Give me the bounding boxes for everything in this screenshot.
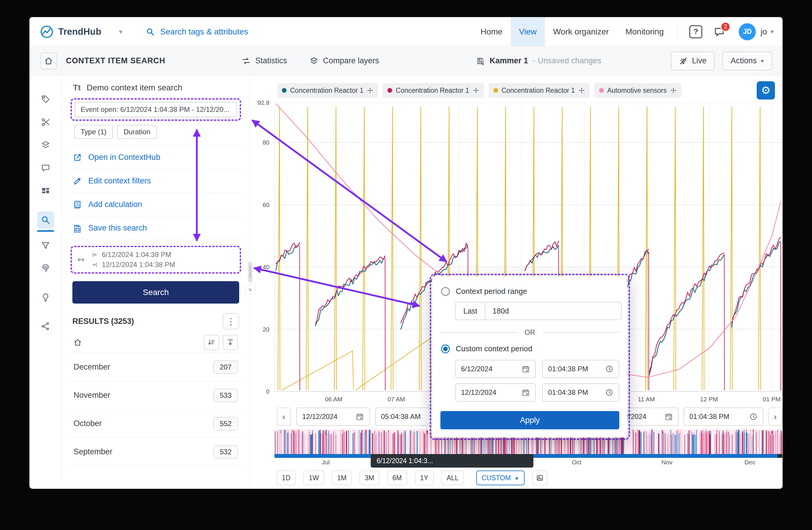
nav-item-monitoring[interactable]: Monitoring — [617, 17, 672, 46]
legend-chip-reactor-2[interactable]: Concentration Reactor 1 — [383, 83, 484, 98]
avatar[interactable]: JD — [739, 23, 756, 40]
zoom-custom-button[interactable]: CUSTOM ▲ — [476, 471, 525, 485]
start-bound-icon — [91, 251, 98, 258]
popup-end-date-input[interactable]: 12/12/2024 — [455, 383, 536, 402]
rail-search-button[interactable] — [37, 211, 54, 228]
statistics-button[interactable]: Statistics — [242, 56, 287, 65]
move-icon[interactable] — [578, 87, 585, 94]
calendar-icon[interactable] — [522, 388, 530, 396]
global-search[interactable] — [146, 27, 301, 37]
home-view-button[interactable] — [40, 52, 57, 69]
annotation-box-popup: Context period range Last 180d OR Custom… — [430, 274, 630, 440]
compare-layers-button[interactable]: Compare layers — [309, 56, 379, 65]
result-row-november[interactable]: November 533 — [71, 381, 241, 409]
context-period-range-option[interactable]: Context period range — [440, 285, 619, 297]
help-button[interactable]: ? — [689, 25, 702, 38]
last-value[interactable]: 180d — [485, 303, 621, 320]
rail-fingerprint-button[interactable] — [37, 260, 54, 277]
actions-dropdown[interactable]: Actions ▾ — [722, 52, 772, 70]
radio-checked[interactable] — [441, 345, 450, 353]
apply-button[interactable]: Apply — [440, 411, 619, 429]
chart-settings-button[interactable]: ⚙ — [757, 81, 775, 99]
legend-chip-reactor-3[interactable]: Concentration Reactor 1 — [489, 83, 590, 98]
result-row-september[interactable]: September 532 — [71, 438, 241, 466]
results-menu-button[interactable]: ⋮ — [223, 313, 239, 330]
rail-comments-button[interactable] — [37, 159, 54, 177]
nav-item-work-organizer[interactable]: Work organizer — [545, 17, 617, 46]
body-region: Tt Demo context item search Event open: … — [29, 75, 783, 489]
result-row-october[interactable]: October 552 — [71, 409, 241, 438]
collapse-button[interactable] — [223, 335, 238, 350]
nodes-icon — [41, 322, 50, 331]
step-forward-button[interactable]: › — [768, 407, 782, 426]
panel-resize-handle[interactable] — [248, 262, 252, 282]
zoom-6m-button[interactable]: 6M — [387, 471, 407, 485]
nav-item-home[interactable]: Home — [472, 17, 511, 46]
zoom-3m-button[interactable]: 3M — [360, 471, 379, 485]
rail-filter-button[interactable] — [37, 237, 54, 254]
calendar-icon[interactable] — [356, 413, 364, 421]
type-filter-chip[interactable]: Type (1) — [74, 125, 113, 139]
event-filter-chip[interactable]: Event open: 6/12/2024 1:04:38 PM - 12/12… — [75, 102, 237, 117]
move-icon[interactable] — [670, 87, 677, 94]
last-duration-input[interactable]: Last 180d — [455, 302, 622, 320]
radio-unchecked[interactable] — [441, 287, 450, 296]
result-count-badge: 552 — [213, 417, 238, 431]
top-navbar: TrendHub ▾ Home View Work organizer Moni… — [29, 17, 783, 46]
move-icon[interactable] — [473, 87, 479, 94]
calendar-icon[interactable] — [665, 413, 673, 421]
clock-icon[interactable] — [749, 413, 757, 421]
popup-start-date-input[interactable]: 6/12/2024 — [455, 360, 536, 378]
zoom-1w-button[interactable]: 1W — [303, 471, 324, 485]
rail-recommendations-button[interactable] — [37, 289, 54, 306]
panel-close-button[interactable]: × — [245, 285, 255, 294]
edit-context-filters-link[interactable]: Edit context filters — [71, 169, 241, 193]
rail-cut-button[interactable] — [37, 114, 54, 131]
open-in-contexthub-link[interactable]: Open in ContextHub — [71, 146, 241, 169]
rail-ml-button[interactable] — [37, 318, 54, 335]
search-icon — [41, 215, 50, 225]
nav-item-view[interactable]: View — [511, 17, 545, 46]
chart-snapshot-button[interactable] — [532, 471, 548, 485]
save-this-search-link[interactable]: Save this search — [71, 217, 241, 240]
step-back-button[interactable]: ‹ — [277, 407, 291, 426]
clock-icon[interactable] — [605, 365, 613, 373]
result-count-badge: 532 — [213, 445, 238, 459]
live-toggle[interactable]: Live — [671, 52, 715, 70]
add-calculation-link[interactable]: Add calculation — [71, 193, 241, 217]
zoom-all-button[interactable]: ALL — [441, 471, 464, 485]
username: jo — [760, 27, 767, 37]
sort-button[interactable] — [204, 335, 219, 350]
calendar-icon[interactable] — [522, 365, 530, 373]
clock-icon[interactable] — [605, 388, 613, 396]
move-icon[interactable] — [367, 87, 373, 94]
brand[interactable]: TrendHub — [40, 25, 101, 39]
result-row-december[interactable]: December 207 — [71, 353, 241, 381]
layers-icon — [309, 57, 318, 65]
view-start-date-input[interactable]: 12/12/2024 — [296, 407, 370, 426]
rail-dashboard-button[interactable] — [37, 183, 54, 200]
custom-context-period-option[interactable]: Custom context period — [440, 343, 619, 354]
duration-filter-chip[interactable]: Duration — [117, 125, 157, 139]
notifications-button[interactable]: 2 — [713, 26, 725, 38]
popup-start-time-input[interactable]: 01:04:38 PM — [542, 360, 619, 378]
legend-chip-automotive-sensors[interactable]: Automotive sensors — [594, 83, 681, 98]
view-end-time-input[interactable]: 01:04:38 PM — [683, 407, 764, 426]
zoom-1m-button[interactable]: 1M — [332, 471, 352, 485]
popup-end-time-input[interactable]: 01:04:38 PM — [542, 383, 619, 402]
legend-dot — [493, 88, 498, 93]
zoom-1y-button[interactable]: 1Y — [415, 471, 434, 485]
app-window: TrendHub ▾ Home View Work organizer Moni… — [29, 17, 783, 489]
rail-tags-button[interactable] — [37, 91, 54, 108]
workspace-chevron-down-icon[interactable]: ▾ — [119, 28, 122, 36]
rail-layers-button[interactable] — [37, 137, 54, 154]
search-button[interactable]: Search — [72, 281, 239, 304]
zoom-1d-button[interactable]: 1D — [277, 471, 296, 485]
page-title: CONTEXT ITEM SEARCH — [66, 56, 165, 65]
legend-chip-reactor-1[interactable]: Concentration Reactor 1 — [277, 83, 378, 98]
result-count-badge: 207 — [213, 360, 238, 374]
document-info[interactable]: Kammer 1 - Unsaved changes — [476, 56, 601, 65]
user-menu[interactable]: jo ▾ — [760, 27, 774, 37]
results-title: RESULTS (3253) — [72, 317, 134, 326]
search-input[interactable] — [160, 27, 301, 37]
